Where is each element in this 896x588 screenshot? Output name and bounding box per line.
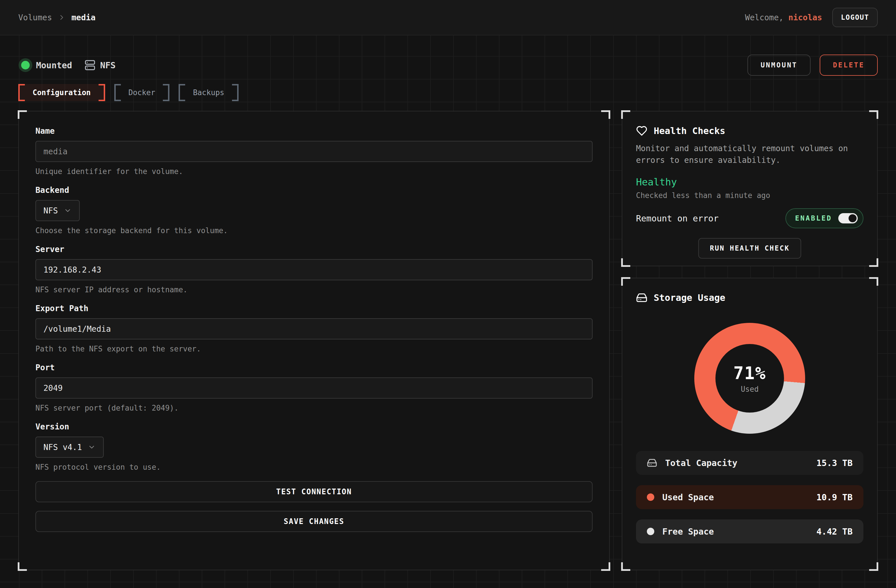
health-last-checked: Checked less than a minute ago — [636, 191, 863, 200]
backend-helper: Choose the storage backend for this volu… — [35, 226, 593, 235]
mounted-status-dot — [21, 61, 30, 69]
backend-label: Backend — [35, 186, 593, 195]
server-icon — [85, 60, 95, 70]
field-export-path: Export Path Path to the NFS export on th… — [35, 304, 593, 353]
field-port: Port NFS server port (default: 2049). — [35, 363, 593, 412]
version-select-value: NFS v4.1 — [43, 443, 82, 452]
toggle-knob — [849, 214, 856, 222]
hard-drive-icon — [636, 292, 648, 303]
corner-bracket — [869, 277, 878, 286]
port-helper: NFS server port (default: 2049). — [35, 404, 593, 412]
field-name: Name Unique identifier for the volume. — [35, 126, 593, 176]
stat-label: Free Space — [662, 527, 714, 536]
chevron-right-icon — [58, 14, 66, 21]
toggle-switch — [838, 213, 858, 224]
tab-backups[interactable]: Backups — [178, 84, 239, 101]
storage-donut: 71% Used — [694, 323, 805, 434]
version-helper: NFS protocol version to use. — [35, 463, 593, 471]
logout-button[interactable]: LOGOUT — [832, 8, 878, 27]
breadcrumb: Volumes media — [18, 13, 95, 22]
remount-toggle[interactable]: ENABLED — [785, 208, 863, 228]
volume-actions: UNMOUNT DELETE — [747, 55, 878, 76]
storage-usage-card: Storage Usage 71% Used Total Capacity 15… — [622, 278, 878, 570]
health-card-title: Health Checks — [636, 125, 863, 137]
export-path-label: Export Path — [35, 304, 593, 313]
hard-drive-icon — [647, 458, 657, 468]
corner-bracket — [621, 258, 630, 267]
health-status: Healthy — [636, 176, 863, 188]
backend-type-label: NFS — [100, 60, 116, 70]
corner-bracket — [621, 110, 630, 119]
topbar-right: Welcome, nicolas LOGOUT — [745, 8, 878, 27]
corner-bracket — [18, 562, 27, 571]
save-changes-button[interactable]: SAVE CHANGES — [35, 511, 593, 532]
storage-used-label: Used — [741, 385, 759, 393]
version-select[interactable]: NFS v4.1 — [35, 437, 104, 458]
remount-label: Remount on error — [636, 213, 719, 224]
free-space-dot — [647, 528, 654, 535]
used-space-dot — [647, 494, 654, 501]
status-row: Mounted NFS UNMOUNT DELETE — [18, 54, 878, 76]
corner-bracket — [18, 110, 27, 119]
stat-row-total-capacity: Total Capacity 15.3 TB — [636, 451, 863, 475]
name-label: Name — [35, 126, 593, 136]
corner-bracket — [621, 277, 630, 286]
name-helper: Unique identifier for the volume. — [35, 167, 593, 176]
backend-select-value: NFS — [43, 206, 58, 215]
field-version: Version NFS v4.1 NFS protocol version to… — [35, 422, 593, 471]
corner-bracket — [621, 562, 630, 571]
tab-configuration[interactable]: Configuration — [18, 84, 105, 101]
corner-bracket — [601, 562, 610, 571]
remount-row: Remount on error ENABLED — [636, 208, 863, 228]
storage-used-percent: 71% — [733, 363, 766, 383]
export-path-input[interactable] — [35, 318, 593, 340]
version-label: Version — [35, 422, 593, 431]
stat-value: 15.3 TB — [817, 458, 853, 468]
stat-label: Used Space — [662, 492, 714, 502]
storage-stats: Total Capacity 15.3 TB Used Space 10.9 T… — [636, 451, 863, 544]
welcome-prefix: Welcome, — [745, 13, 784, 22]
chevron-down-icon — [64, 207, 72, 215]
delete-button[interactable]: DELETE — [820, 55, 878, 76]
unmount-button[interactable]: UNMOUNT — [747, 55, 811, 76]
corner-bracket — [601, 110, 610, 119]
chevron-down-icon — [88, 443, 96, 451]
name-input[interactable] — [35, 141, 593, 162]
server-helper: NFS server IP address or hostname. — [35, 285, 593, 294]
configuration-panel: Name Unique identifier for the volume. B… — [18, 111, 610, 570]
corner-bracket — [869, 562, 878, 571]
breadcrumb-volumes-link[interactable]: Volumes — [18, 13, 52, 22]
health-card-description: Monitor and automatically remount volume… — [636, 143, 863, 166]
field-backend: Backend NFS Choose the storage backend f… — [35, 186, 593, 235]
health-card-title-text: Health Checks — [654, 125, 725, 136]
run-health-check-button[interactable]: RUN HEALTH CHECK — [698, 238, 801, 259]
port-label: Port — [35, 363, 593, 372]
backend-select[interactable]: NFS — [35, 200, 80, 221]
welcome-text: Welcome, nicolas — [745, 13, 822, 22]
topbar: Volumes media Welcome, nicolas LOGOUT — [0, 0, 896, 35]
storage-donut-center: 71% Used — [715, 344, 784, 413]
test-connection-button[interactable]: TEST CONNECTION — [35, 481, 593, 502]
health-checks-card: Health Checks Monitor and automatically … — [622, 111, 878, 266]
stat-label: Total Capacity — [665, 458, 738, 468]
app-root: Volumes media Welcome, nicolas LOGOUT Mo… — [0, 0, 896, 588]
tab-bar: Configuration Docker Backups — [18, 84, 239, 101]
stat-row-free-space: Free Space 4.42 TB — [636, 519, 863, 544]
mount-status-label: Mounted — [36, 60, 72, 70]
corner-bracket — [869, 258, 878, 267]
port-input[interactable] — [35, 378, 593, 399]
remount-toggle-state: ENABLED — [795, 214, 832, 222]
storage-card-title-text: Storage Usage — [654, 292, 725, 303]
server-label: Server — [35, 245, 593, 254]
tab-docker[interactable]: Docker — [114, 84, 170, 101]
field-server: Server NFS server IP address or hostname… — [35, 245, 593, 294]
storage-card-title: Storage Usage — [636, 292, 863, 303]
export-path-helper: Path to the NFS export on the server. — [35, 344, 593, 353]
heart-icon — [636, 125, 648, 137]
corner-bracket — [869, 110, 878, 119]
stat-value: 10.9 TB — [817, 492, 853, 502]
server-input[interactable] — [35, 259, 593, 280]
breadcrumb-current: media — [72, 13, 95, 22]
stat-value: 4.42 TB — [817, 527, 853, 536]
stat-row-used-space: Used Space 10.9 TB — [636, 485, 863, 509]
